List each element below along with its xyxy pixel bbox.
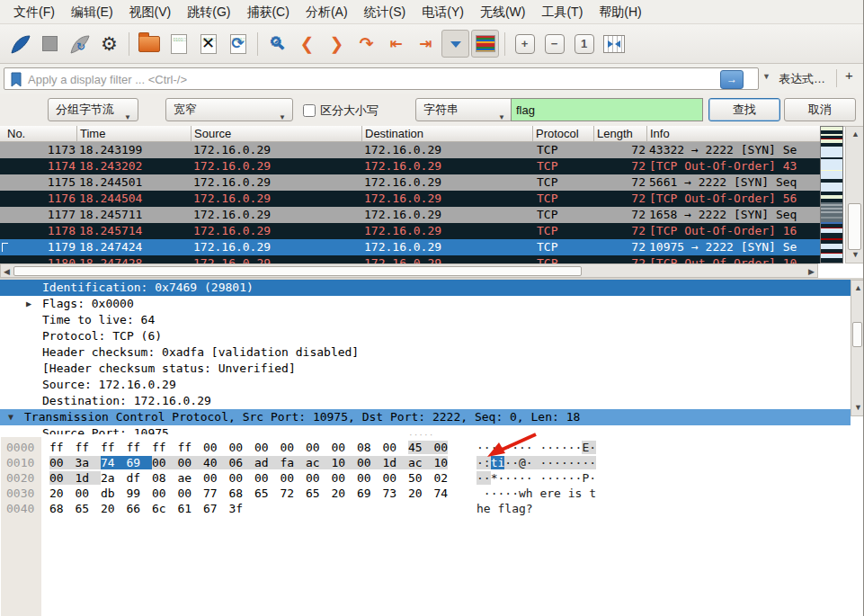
packet-cell: [TCP Out-Of-Order] 16: [649, 223, 818, 239]
char-width-dropdown[interactable]: 宽窄▼: [165, 98, 293, 121]
detail-line[interactable]: Header checksum: 0xadfa [validation disa…: [0, 344, 851, 361]
start-capture-button[interactable]: [6, 30, 34, 58]
zoom-out-button[interactable]: −: [540, 30, 568, 58]
packet-list-vertical-scrollbar[interactable]: ▲ ▼: [845, 126, 864, 263]
case-sensitive-checkbox[interactable]: [303, 104, 316, 117]
menu-item[interactable]: 编辑(E): [63, 0, 121, 24]
column-time[interactable]: Time: [77, 126, 192, 141]
menu-item[interactable]: 文件(F): [5, 0, 63, 24]
packet-row[interactable]: 117418.243202172.16.0.29172.16.0.29TCP72…: [0, 158, 820, 174]
scroll-up-icon[interactable]: ▲: [851, 130, 860, 138]
find-button[interactable]: 查找: [708, 98, 780, 121]
packet-row[interactable]: 117718.245711172.16.0.29172.16.0.29TCP72…: [0, 207, 820, 223]
packet-row[interactable]: 118018.247428172.16.0.29172.16.0.29TCP72…: [0, 255, 820, 263]
column-length[interactable]: Length: [594, 126, 647, 141]
colorize-toggle[interactable]: [471, 30, 499, 58]
hex-row[interactable]: 004068 65 20 66 6c 61 67 3fhe flag?: [0, 501, 851, 516]
scroll-left-icon[interactable]: ◀: [4, 268, 10, 276]
ascii-char: g: [519, 502, 526, 515]
packet-cell: [TCP Out-Of-Order] 56: [649, 191, 818, 207]
go-last-packet-button[interactable]: ⇥: [412, 30, 440, 58]
scrollbar-thumb[interactable]: [852, 322, 862, 347]
search-in-dropdown[interactable]: 分组字节流▼: [48, 98, 138, 121]
hex-byte: 00: [306, 441, 331, 454]
auto-scroll-toggle[interactable]: [441, 30, 469, 58]
hex-byte: 10: [433, 456, 448, 469]
detail-line[interactable]: Protocol: TCP (6): [0, 328, 851, 344]
scroll-right-icon[interactable]: ▶: [808, 268, 815, 276]
menu-item[interactable]: 跳转(G): [179, 0, 238, 24]
open-file-button[interactable]: [135, 30, 163, 58]
jump-icon: ↷: [360, 35, 374, 52]
zoom-normal-button[interactable]: 1: [570, 30, 598, 58]
detail-line[interactable]: Identification: 0x7469 (29801): [0, 280, 851, 296]
column-source[interactable]: Source: [192, 126, 362, 141]
expander-closed-icon[interactable]: ▶: [26, 296, 31, 312]
detail-line[interactable]: ▼Transmission Control Protocol, Src Port…: [0, 409, 851, 425]
menu-item[interactable]: 帮助(H): [591, 0, 649, 24]
add-filter-button[interactable]: +: [845, 67, 853, 83]
packet-row[interactable]: 117318.243199172.16.0.29172.16.0.29TCP72…: [0, 142, 820, 158]
menu-item[interactable]: 视图(V): [121, 0, 180, 24]
menu-item[interactable]: 无线(W): [472, 0, 534, 24]
go-forward-button[interactable]: ❯: [323, 30, 351, 58]
detail-vertical-scrollbar[interactable]: ▲ ▼: [851, 280, 864, 416]
packet-row[interactable]: 117818.245714172.16.0.29172.16.0.29TCP72…: [0, 223, 820, 239]
packet-row[interactable]: 117518.244501172.16.0.29172.16.0.29TCP72…: [0, 174, 820, 191]
hex-row[interactable]: 0000ff ff ff ff ff ff 00 0000 00 00 00 0…: [0, 440, 851, 455]
detail-line[interactable]: Time to live: 64: [0, 312, 851, 328]
detail-line[interactable]: ▶Flags: 0x0000: [0, 296, 851, 312]
go-first-packet-button[interactable]: ⇤: [382, 30, 410, 58]
column-info[interactable]: Info: [647, 126, 820, 141]
reload-file-button[interactable]: ⟳: [224, 30, 252, 58]
packet-cell: 172.16.0.29: [193, 223, 271, 239]
restart-capture-button[interactable]: ↻: [66, 30, 94, 58]
column-destination[interactable]: Destination: [362, 126, 533, 141]
resize-columns-button[interactable]: [600, 30, 628, 58]
go-back-button[interactable]: ❮: [293, 30, 321, 58]
scroll-down-icon[interactable]: ▼: [851, 251, 860, 259]
scrollbar-thumb[interactable]: [848, 203, 861, 250]
packet-cell: 172.16.0.29: [364, 207, 441, 223]
zoom-in-button[interactable]: +: [511, 30, 539, 58]
display-filter-input[interactable]: Apply a display filter ... <Ctrl-/> →: [4, 67, 759, 90]
save-file-button[interactable]: [165, 30, 192, 58]
expander-open-icon[interactable]: ▼: [8, 409, 13, 425]
detail-text: Time to live: 64: [42, 312, 155, 328]
column-protocol[interactable]: Protocol: [533, 126, 594, 141]
scroll-up-icon[interactable]: ▲: [854, 284, 862, 292]
hex-row[interactable]: 001000 3a 74 69 00 00 40 06ad fa ac 10 0…: [0, 455, 851, 470]
filter-history-dropdown[interactable]: ▼: [762, 72, 770, 81]
cancel-button[interactable]: 取消: [784, 98, 856, 121]
column-no[interactable]: No.: [0, 126, 77, 141]
hex-row[interactable]: 003020 00 db 99 00 00 77 6865 72 65 20 6…: [0, 486, 851, 501]
packet-row[interactable]: 117918.247424172.16.0.29172.16.0.29TCP72…: [0, 239, 820, 255]
detail-line[interactable]: Source: 172.16.0.29: [0, 377, 851, 393]
find-input[interactable]: [511, 98, 703, 121]
menu-item[interactable]: 统计(S): [356, 0, 414, 24]
detail-line[interactable]: [Header checksum status: Unverified]: [0, 361, 851, 377]
bookmark-icon: [10, 72, 22, 87]
stop-capture-button[interactable]: [36, 30, 64, 58]
close-file-button[interactable]: ✕: [194, 30, 222, 58]
scrollbar-thumb[interactable]: [13, 266, 582, 276]
apply-filter-button[interactable]: →: [720, 70, 744, 89]
intelligent-scrollbar-minimap[interactable]: [820, 126, 843, 263]
go-to-packet-button[interactable]: ↷: [352, 30, 380, 58]
packet-cell: 10975 → 2222 [SYN] Se: [649, 239, 818, 255]
detail-line[interactable]: Destination: 172.16.0.29: [0, 393, 851, 409]
scroll-down-icon[interactable]: ▼: [854, 404, 862, 412]
menu-item[interactable]: 分析(A): [298, 0, 356, 24]
expression-button[interactable]: 表达式…: [779, 71, 825, 87]
search-type-dropdown[interactable]: 字符串▼: [415, 98, 512, 121]
hex-row[interactable]: 002000 1d 2a df 08 ae 00 0000 00 00 00 0…: [0, 470, 851, 486]
menu-item[interactable]: 捕获(C): [238, 0, 297, 24]
ascii-char: ·: [547, 471, 554, 485]
hex-byte: 45: [408, 441, 433, 454]
menu-item[interactable]: 电话(Y): [414, 0, 472, 24]
find-packet-button[interactable]: 🔍︎: [263, 30, 291, 58]
capture-options-button[interactable]: ⚙: [95, 30, 123, 58]
packet-row[interactable]: 117618.244504172.16.0.29172.16.0.29TCP72…: [0, 191, 820, 207]
packet-cell: 172.16.0.29: [193, 158, 271, 174]
menu-item[interactable]: 工具(T): [533, 0, 591, 24]
